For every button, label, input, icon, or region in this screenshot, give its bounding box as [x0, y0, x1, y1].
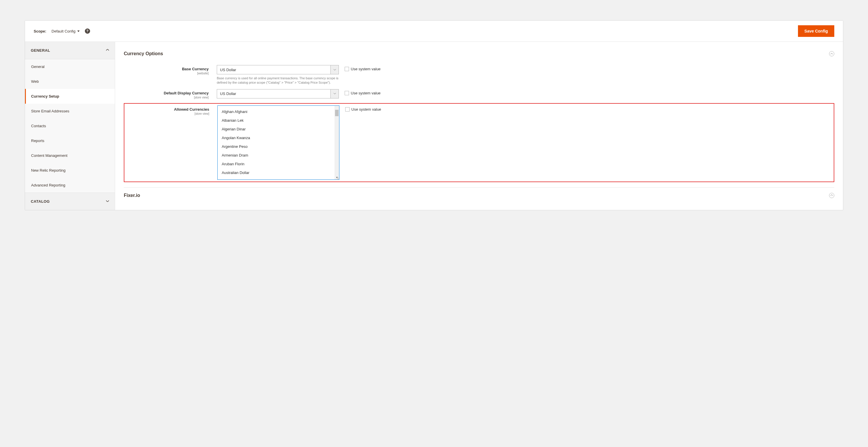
body-row: GENERAL General Web Currency Setup Store… [25, 42, 843, 210]
scrollbar[interactable]: ▾ [335, 106, 339, 180]
sidebar-group-catalog[interactable]: CATALOG [25, 193, 115, 210]
field-control: Afghan Afghani Albanian Lek Algerian Din… [217, 105, 339, 180]
section-title: Currency Options [124, 51, 163, 56]
collapse-icon[interactable] [829, 193, 834, 198]
scope-hint: [store view] [124, 96, 209, 99]
use-system-checkbox-base[interactable] [345, 67, 349, 71]
field-display-currency: Default Display Currency [store view] US… [124, 89, 834, 99]
multiselect-option[interactable]: Albanian Lek [218, 116, 335, 125]
sidebar-item-contacts[interactable]: Contacts [25, 119, 115, 133]
multiselect-option[interactable]: Azerbaijani Manat [218, 178, 335, 180]
scope-hint: [store view] [124, 112, 209, 115]
multiselect-option[interactable]: Australian Dollar [218, 168, 335, 177]
select-value: US Dollar [217, 92, 331, 96]
use-system-checkbox-allowed[interactable] [345, 107, 349, 111]
label-text: Default Display Currency [124, 91, 209, 95]
field-aux: Use system value [345, 89, 381, 95]
toolbar: Scope: Default Config ? Save Config [25, 21, 843, 42]
use-system-label: Use system value [351, 91, 381, 95]
base-currency-select[interactable]: US Dollar [217, 65, 339, 74]
help-icon[interactable]: ? [85, 29, 90, 34]
sidebar-item-new-relic[interactable]: New Relic Reporting [25, 163, 115, 178]
resize-handle-icon[interactable] [336, 176, 339, 179]
field-control: US Dollar [217, 89, 339, 98]
allowed-currencies-multiselect[interactable]: Afghan Afghani Albanian Lek Algerian Din… [217, 105, 339, 180]
sidebar-group-label: CATALOG [31, 199, 50, 203]
display-currency-select[interactable]: US Dollar [217, 89, 339, 98]
main-content: Currency Options Base Currency [website]… [115, 42, 843, 210]
select-arrow-icon [331, 90, 339, 98]
sidebar-item-web[interactable]: Web [25, 74, 115, 89]
scope-label: Scope: [34, 29, 46, 33]
use-system-label: Use system value [351, 67, 381, 71]
highlight-allowed-currencies: Allowed Currencies [store view] Afghan A… [124, 103, 834, 182]
multiselect-option[interactable]: Angolan Kwanza [218, 134, 335, 142]
field-aux: Use system value [345, 65, 381, 71]
field-label: Base Currency [website] [124, 65, 217, 75]
collapse-icon[interactable] [829, 51, 834, 56]
field-control: US Dollar Base currency is used for all … [217, 65, 339, 85]
scope-selector[interactable]: Default Config [52, 29, 79, 33]
use-system-checkbox-display[interactable] [345, 91, 349, 95]
scope-hint: [website] [124, 72, 209, 75]
sidebar: GENERAL General Web Currency Setup Store… [25, 42, 115, 210]
section-title: Fixer.io [124, 193, 140, 198]
toolbar-left: Scope: Default Config ? [34, 29, 90, 34]
field-label: Allowed Currencies [store view] [124, 105, 217, 115]
sidebar-item-currency-setup[interactable]: Currency Setup [25, 89, 115, 104]
sidebar-item-reports[interactable]: Reports [25, 133, 115, 148]
sidebar-group-general[interactable]: GENERAL [25, 42, 115, 59]
label-text: Allowed Currencies [124, 107, 209, 111]
section-header-currency-options[interactable]: Currency Options [124, 50, 834, 65]
multiselect-option[interactable]: Afghan Afghani [218, 107, 335, 116]
sidebar-item-content-management[interactable]: Content Management [25, 148, 115, 163]
multiselect-option[interactable]: Algerian Dinar [218, 125, 335, 134]
multiselect-option[interactable]: Argentine Peso [218, 142, 335, 151]
field-base-currency: Base Currency [website] US Dollar Base c… [124, 65, 834, 85]
multiselect-list: Afghan Afghani Albanian Lek Algerian Din… [218, 106, 335, 180]
scope-value: Default Config [52, 29, 75, 33]
sidebar-item-general[interactable]: General [25, 59, 115, 74]
caret-down-icon [77, 31, 80, 32]
save-config-button[interactable]: Save Config [798, 25, 834, 37]
chevron-up-icon [106, 49, 109, 52]
sidebar-item-advanced-reporting[interactable]: Advanced Reporting [25, 178, 115, 193]
config-panel: Scope: Default Config ? Save Config GENE… [25, 20, 843, 210]
field-allowed-currencies: Allowed Currencies [store view] Afghan A… [124, 105, 833, 180]
field-aux: Use system value [345, 105, 381, 111]
select-arrow-icon [331, 65, 339, 74]
field-label: Default Display Currency [store view] [124, 89, 217, 99]
multiselect-option[interactable]: Armenian Dram [218, 151, 335, 160]
select-value: US Dollar [217, 68, 331, 72]
section-header-fixer[interactable]: Fixer.io [124, 188, 834, 204]
scrollbar-thumb[interactable] [335, 110, 339, 116]
sidebar-group-label: GENERAL [31, 48, 50, 53]
label-text: Base Currency [124, 67, 209, 71]
field-note: Base currency is used for all online pay… [217, 76, 339, 85]
chevron-down-icon [106, 200, 109, 203]
multiselect-option[interactable]: Aruban Florin [218, 160, 335, 168]
sidebar-item-store-email[interactable]: Store Email Addresses [25, 104, 115, 119]
use-system-label: Use system value [351, 107, 381, 111]
